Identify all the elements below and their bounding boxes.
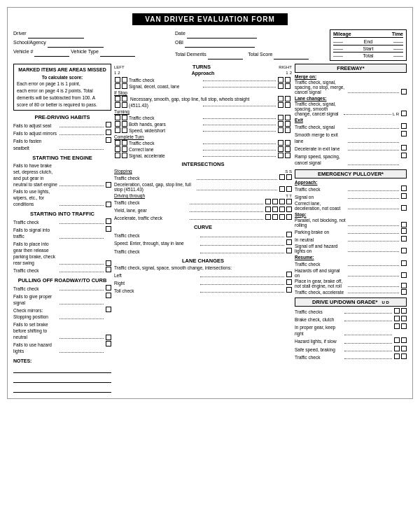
checkbox[interactable] — [394, 346, 400, 351]
checkbox[interactable] — [106, 122, 111, 127]
checkbox[interactable] — [401, 186, 407, 191]
checkbox[interactable] — [278, 146, 284, 152]
checkbox[interactable] — [106, 307, 111, 312]
checkbox[interactable] — [286, 239, 292, 245]
checkbox[interactable] — [286, 279, 292, 285]
checkbox[interactable] — [285, 115, 290, 120]
checkbox[interactable] — [106, 137, 111, 143]
checkbox[interactable] — [106, 218, 111, 224]
checkbox[interactable] — [285, 102, 290, 108]
checkbox[interactable] — [115, 153, 120, 158]
checkbox[interactable] — [401, 272, 407, 278]
checkbox[interactable] — [286, 248, 292, 253]
checkbox[interactable] — [401, 131, 407, 136]
checkbox[interactable] — [279, 186, 285, 192]
checkbox[interactable] — [278, 127, 284, 133]
checkbox[interactable] — [394, 354, 400, 359]
checkbox[interactable] — [401, 346, 407, 351]
checkbox[interactable] — [286, 272, 292, 277]
checkbox[interactable] — [278, 115, 284, 120]
checkbox[interactable] — [115, 102, 120, 108]
checkbox[interactable] — [115, 121, 120, 127]
checkbox[interactable] — [106, 260, 111, 266]
checkbox[interactable] — [122, 127, 127, 133]
checkbox[interactable] — [265, 199, 271, 204]
checkbox[interactable] — [106, 335, 111, 340]
checkbox[interactable] — [286, 214, 292, 220]
checkbox[interactable] — [106, 341, 111, 346]
checkbox[interactable] — [122, 115, 127, 120]
checkbox[interactable] — [122, 146, 127, 152]
checkbox[interactable] — [401, 236, 407, 241]
checkbox[interactable] — [394, 337, 400, 343]
checkbox[interactable] — [265, 214, 271, 220]
checkbox[interactable] — [394, 323, 400, 329]
checkbox[interactable] — [401, 205, 407, 211]
checkbox[interactable] — [401, 308, 407, 314]
checkbox[interactable] — [278, 96, 284, 102]
checkbox[interactable] — [401, 228, 407, 234]
checkbox[interactable] — [401, 222, 407, 227]
checkbox[interactable] — [401, 248, 407, 253]
checkbox[interactable] — [285, 83, 290, 89]
checkbox[interactable] — [285, 127, 290, 133]
checkbox[interactable] — [278, 102, 284, 108]
checkbox[interactable] — [401, 89, 407, 94]
checkbox[interactable] — [272, 206, 278, 212]
checkbox[interactable] — [286, 206, 292, 212]
checkbox[interactable] — [285, 96, 290, 102]
checkbox[interactable] — [122, 96, 127, 102]
checkbox[interactable] — [115, 83, 120, 89]
checkbox[interactable] — [279, 199, 285, 204]
checkbox[interactable] — [278, 121, 284, 127]
checkbox[interactable] — [122, 140, 127, 146]
checkbox[interactable] — [122, 153, 127, 158]
checkbox[interactable] — [115, 140, 120, 146]
checkbox[interactable] — [279, 206, 285, 212]
checkbox[interactable] — [122, 83, 127, 89]
checkbox[interactable] — [285, 146, 290, 152]
checkbox[interactable] — [401, 337, 407, 343]
checkbox[interactable] — [285, 121, 290, 127]
checkbox[interactable] — [401, 289, 407, 295]
checkbox[interactable] — [285, 77, 290, 83]
checkbox[interactable] — [286, 186, 292, 192]
checkbox[interactable] — [106, 202, 111, 207]
checkbox[interactable] — [401, 153, 407, 158]
checkbox[interactable] — [272, 214, 278, 220]
checkbox[interactable] — [401, 111, 407, 116]
checkbox[interactable] — [106, 130, 111, 135]
checkbox[interactable] — [401, 323, 407, 329]
checkbox[interactable] — [401, 283, 407, 288]
checkbox[interactable] — [285, 153, 290, 158]
checkbox[interactable] — [401, 193, 407, 199]
checkbox[interactable] — [279, 174, 285, 180]
checkbox[interactable] — [115, 146, 120, 152]
checkbox[interactable] — [401, 354, 407, 359]
checkbox[interactable] — [278, 140, 284, 146]
checkbox[interactable] — [265, 206, 271, 212]
checkbox[interactable] — [106, 285, 111, 290]
checkbox[interactable] — [115, 77, 120, 83]
checkbox[interactable] — [122, 102, 127, 108]
checkbox[interactable] — [286, 199, 292, 204]
checkbox[interactable] — [272, 199, 278, 204]
checkbox[interactable] — [401, 316, 407, 321]
checkbox[interactable] — [115, 96, 120, 102]
checkbox[interactable] — [106, 226, 111, 232]
checkbox[interactable] — [122, 77, 127, 83]
checkbox[interactable] — [122, 121, 127, 127]
checkbox[interactable] — [115, 115, 120, 120]
checkbox[interactable] — [401, 123, 407, 129]
checkbox[interactable] — [394, 308, 400, 314]
checkbox[interactable] — [106, 293, 111, 298]
checkbox[interactable] — [286, 287, 292, 293]
checkbox[interactable] — [115, 127, 120, 133]
checkbox[interactable] — [401, 145, 407, 150]
checkbox[interactable] — [106, 267, 111, 272]
checkbox[interactable] — [106, 182, 111, 188]
checkbox[interactable] — [278, 83, 284, 89]
checkbox[interactable] — [286, 174, 292, 180]
checkbox[interactable] — [279, 214, 285, 220]
checkbox[interactable] — [278, 153, 284, 158]
